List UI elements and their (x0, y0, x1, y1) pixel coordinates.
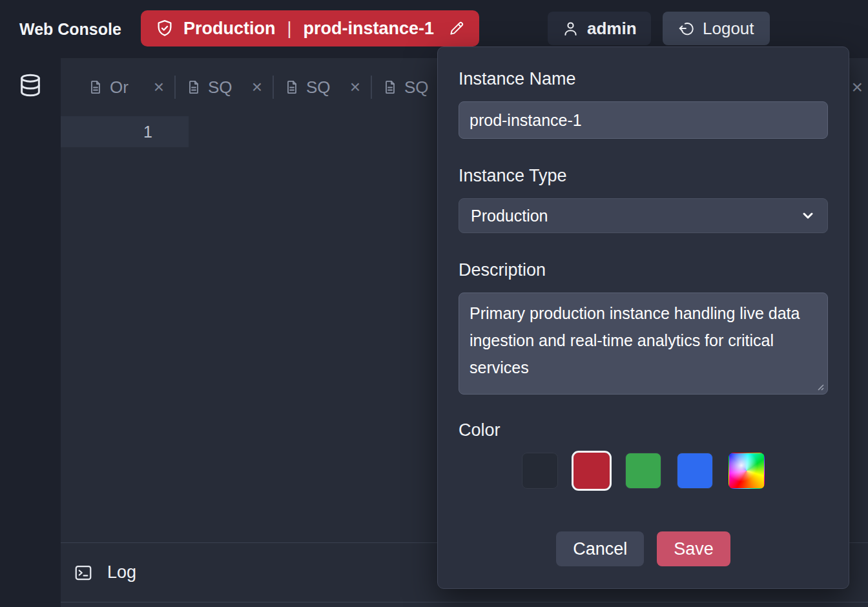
color-swatch-rainbow[interactable] (728, 453, 765, 489)
tab-label: SQ (208, 77, 232, 98)
cancel-button[interactable]: Cancel (556, 531, 644, 566)
instance-settings-dialog: Instance Name Instance Type Production D… (437, 46, 849, 589)
tab-1[interactable]: Or × (79, 70, 173, 104)
user-chip: admin (548, 12, 651, 45)
dialog-actions: Cancel Save (459, 531, 828, 566)
file-icon (284, 79, 300, 95)
save-button[interactable]: Save (657, 531, 730, 566)
logout-label: Logout (703, 19, 754, 39)
color-swatch-green[interactable] (625, 453, 661, 489)
color-swatches (459, 453, 828, 489)
terminal-icon (74, 563, 93, 582)
instance-badge[interactable]: Production | prod-instance-1 (141, 10, 479, 46)
color-swatch-red[interactable] (574, 453, 610, 489)
chevron-down-icon (800, 208, 816, 223)
instance-name-label: Instance Name (459, 68, 828, 90)
close-icon[interactable]: × (851, 58, 863, 116)
shield-check-icon (155, 19, 174, 38)
description-label: Description (459, 259, 828, 281)
instance-name-text: prod-instance-1 (304, 19, 435, 39)
description-field: Primary production instance handling liv… (459, 293, 828, 395)
tab-separator (273, 76, 274, 99)
color-label: Color (459, 419, 828, 441)
logout-icon (678, 20, 695, 37)
tab-close-icon[interactable]: × (252, 78, 262, 96)
environment-label: Production (183, 19, 276, 39)
badge-separator: | (287, 19, 292, 39)
tab-close-icon[interactable]: × (154, 78, 164, 96)
database-icon[interactable] (17, 72, 43, 98)
file-icon (382, 79, 398, 95)
file-icon (88, 79, 103, 95)
instance-type-select[interactable]: Production (459, 198, 828, 233)
tab-label: SQ (306, 77, 331, 98)
logout-button[interactable]: Logout (663, 12, 770, 45)
description-textarea[interactable]: Primary production instance handling liv… (459, 293, 828, 395)
instance-type-value: Production (471, 207, 548, 225)
resize-handle-icon[interactable] (816, 382, 825, 391)
tab-2[interactable]: SQ × (177, 70, 271, 104)
tab-close-icon[interactable]: × (350, 78, 360, 96)
edit-icon[interactable] (448, 20, 465, 37)
instance-type-label: Instance Type (459, 165, 828, 187)
user-icon (562, 20, 579, 37)
tab-label: SQ (404, 77, 429, 98)
username: admin (587, 19, 637, 39)
color-swatch-blue[interactable] (677, 453, 713, 489)
log-label: Log (107, 562, 136, 582)
app-title: Web Console (19, 0, 121, 58)
tab-separator (174, 76, 176, 99)
file-icon (186, 79, 202, 95)
instance-name-input[interactable] (459, 101, 828, 139)
sidebar (0, 58, 61, 607)
tab-label: Or (110, 77, 129, 98)
tab-3[interactable]: SQ × (275, 70, 369, 104)
line-number: 1 (61, 116, 189, 147)
tab-separator (371, 76, 372, 99)
color-swatch-default[interactable] (522, 453, 558, 489)
